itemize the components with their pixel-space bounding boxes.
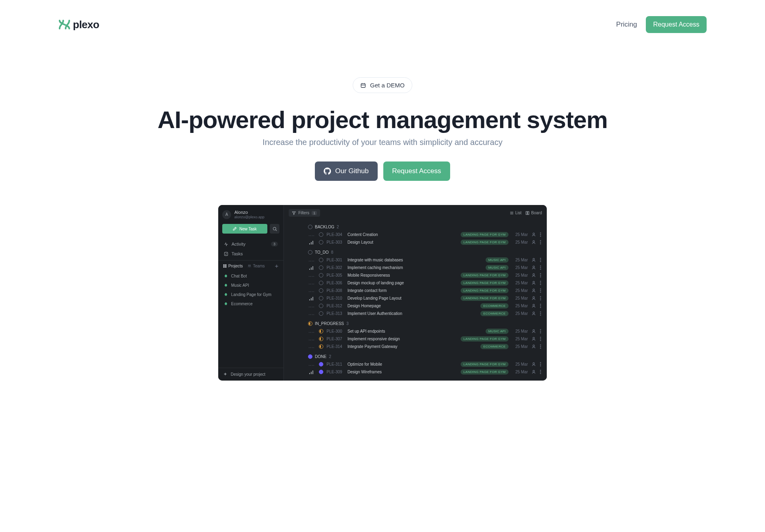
task-assignee[interactable] — [531, 296, 536, 301]
task-row[interactable]: .... PLE-307 Implement responsive design… — [308, 335, 542, 343]
group-header[interactable]: TO_DO 8 — [308, 246, 542, 256]
task-tag[interactable]: LANDING PAGE FOR GYM — [461, 296, 509, 301]
sidebar-item-tasks[interactable]: Tasks — [221, 249, 280, 259]
task-more-button[interactable] — [539, 311, 542, 316]
task-row[interactable]: PLE-303 Design Layout LANDING PAGE FOR G… — [308, 238, 542, 246]
task-tag[interactable]: MUSIC API — [486, 265, 509, 270]
task-more-button[interactable] — [539, 344, 542, 349]
task-row[interactable]: PLE-310 Develop Landing Page Layout LAND… — [308, 294, 542, 302]
task-status[interactable] — [318, 232, 323, 237]
task-status[interactable] — [318, 362, 323, 366]
task-priority[interactable]: .... — [308, 288, 315, 293]
task-tag[interactable]: LANDING PAGE FOR GYM — [461, 369, 509, 375]
task-tag[interactable]: LANDING PAGE FOR GYM — [461, 273, 509, 278]
project-item[interactable]: Ecommerce — [218, 299, 283, 308]
task-tag[interactable]: LANDING PAGE FOR GYM — [461, 240, 509, 245]
task-status[interactable] — [318, 304, 323, 308]
task-row[interactable]: .... PLE-306 Design mockup of landing pa… — [308, 279, 542, 287]
task-status[interactable] — [318, 288, 323, 293]
task-row[interactable]: .... PLE-300 Set up API endpoints MUSIC … — [308, 327, 542, 335]
user-block[interactable]: A Alonzo alonzo@plexo.app — [218, 205, 283, 224]
task-assignee[interactable] — [531, 232, 536, 237]
task-priority[interactable]: .... — [308, 281, 315, 285]
task-assignee[interactable] — [531, 344, 536, 349]
task-tag[interactable]: ECOMMERCE — [480, 344, 509, 349]
task-priority[interactable]: .... — [308, 273, 315, 277]
task-row[interactable]: .... PLE-312 Design Homepage ECOMMERCE 2… — [308, 302, 542, 310]
task-row[interactable]: .... PLE-301 Integrate with music databa… — [308, 256, 542, 264]
tab-projects[interactable]: Projects — [223, 264, 243, 268]
request-access-button[interactable]: Request Access — [646, 16, 707, 33]
task-more-button[interactable] — [539, 240, 542, 244]
task-status[interactable] — [318, 344, 323, 349]
hero-request-access-button[interactable]: Request Access — [383, 161, 450, 181]
task-more-button[interactable] — [539, 296, 542, 300]
task-status[interactable] — [318, 296, 323, 300]
tab-teams[interactable]: Teams — [248, 264, 265, 268]
task-tag[interactable]: LANDING PAGE FOR GYM — [461, 288, 509, 293]
task-more-button[interactable] — [539, 281, 542, 285]
task-more-button[interactable] — [539, 370, 542, 374]
task-status[interactable] — [318, 311, 323, 316]
task-tag[interactable]: LANDING PAGE FOR GYM — [461, 336, 509, 342]
group-header[interactable]: BACKLOG 2 — [308, 221, 542, 231]
project-item[interactable]: Music API — [218, 281, 283, 290]
task-assignee[interactable] — [531, 288, 536, 293]
task-tag[interactable]: LANDING PAGE FOR GYM — [461, 362, 509, 367]
task-row[interactable]: .... PLE-308 Integrate contact form LAND… — [308, 287, 542, 294]
task-priority[interactable]: .... — [308, 329, 315, 333]
task-row[interactable]: .... PLE-314 Integrate Payment Gateway E… — [308, 343, 542, 350]
sidebar-item-activity[interactable]: Activity 3 — [221, 239, 280, 249]
task-tag[interactable]: MUSIC API — [486, 329, 509, 334]
task-assignee[interactable] — [531, 281, 536, 286]
filters-button[interactable]: Filters 1 — [289, 209, 320, 217]
task-more-button[interactable] — [539, 337, 542, 341]
task-status[interactable] — [318, 281, 323, 285]
task-status[interactable] — [318, 240, 323, 244]
task-more-button[interactable] — [539, 362, 542, 366]
task-status[interactable] — [318, 258, 323, 262]
logo[interactable]: plexo — [58, 19, 99, 31]
task-more-button[interactable] — [539, 304, 542, 308]
task-status[interactable] — [318, 337, 323, 341]
task-assignee[interactable] — [531, 304, 536, 308]
task-more-button[interactable] — [539, 273, 542, 277]
task-more-button[interactable] — [539, 265, 542, 270]
task-row[interactable]: PLE-309 Design Wireframes LANDING PAGE F… — [308, 368, 542, 376]
task-tag[interactable]: MUSIC API — [486, 257, 509, 263]
view-board-button[interactable]: Board — [525, 211, 542, 215]
github-button[interactable]: Our Github — [315, 161, 377, 181]
task-assignee[interactable] — [531, 240, 536, 245]
task-assignee[interactable] — [531, 337, 536, 342]
task-priority[interactable]: .... — [308, 337, 315, 341]
task-status[interactable] — [318, 370, 323, 374]
nav-pricing[interactable]: Pricing — [616, 21, 637, 29]
task-assignee[interactable] — [531, 258, 536, 263]
task-more-button[interactable] — [539, 329, 542, 333]
task-row[interactable]: .... PLE-304 Content Creation LANDING PA… — [308, 231, 542, 238]
task-more-button[interactable] — [539, 232, 542, 237]
task-assignee[interactable] — [531, 362, 536, 367]
task-priority[interactable]: .... — [308, 344, 315, 349]
task-priority[interactable]: .... — [308, 362, 315, 366]
add-project-button[interactable] — [275, 264, 279, 268]
task-priority[interactable] — [308, 266, 315, 270]
group-header[interactable]: IN_PROGRESS 3 — [308, 317, 542, 327]
task-more-button[interactable] — [539, 288, 542, 293]
task-row[interactable]: PLE-302 Implement caching mechanism MUSI… — [308, 264, 542, 271]
project-item[interactable]: Landing Page for Gym — [218, 290, 283, 299]
task-tag[interactable]: LANDING PAGE FOR GYM — [461, 280, 509, 286]
task-row[interactable]: .... PLE-313 Implement User Authenticati… — [308, 310, 542, 317]
task-assignee[interactable] — [531, 273, 536, 278]
task-row[interactable]: .... PLE-311 Optimize for Mobile LANDING… — [308, 360, 542, 368]
search-button[interactable] — [270, 224, 279, 234]
task-more-button[interactable] — [539, 258, 542, 262]
task-status[interactable] — [318, 329, 323, 333]
view-list-button[interactable]: List — [510, 211, 522, 215]
task-priority[interactable] — [308, 296, 315, 300]
task-assignee[interactable] — [531, 370, 536, 375]
demo-pill[interactable]: Get a DEMO — [353, 77, 412, 93]
task-status[interactable] — [318, 265, 323, 270]
task-tag[interactable]: LANDING PAGE FOR GYM — [461, 232, 509, 237]
task-priority[interactable]: .... — [308, 304, 315, 308]
